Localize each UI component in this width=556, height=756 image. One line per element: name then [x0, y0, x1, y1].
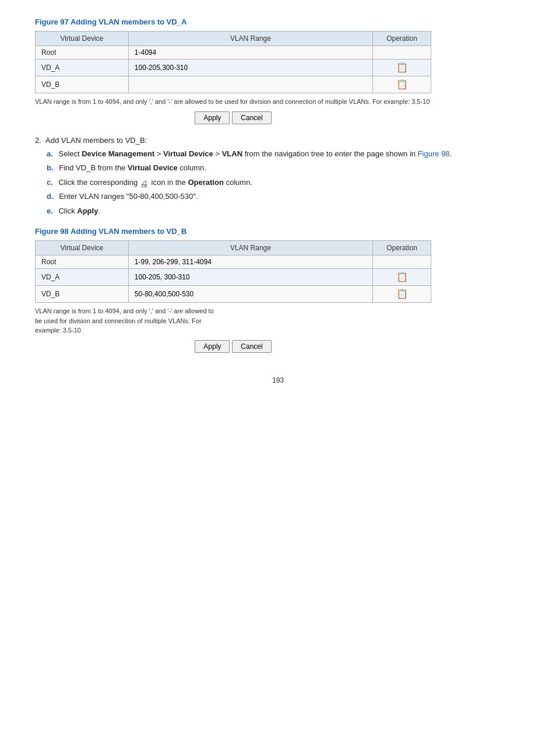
table-row: Root [36, 256, 431, 269]
figure-97-table: Virtual Device VLAN Range Operation Root… [35, 31, 431, 93]
table-row: VD_B 📋 [36, 76, 431, 93]
figure-97-apply-button[interactable]: Apply [195, 111, 230, 124]
figure-98-table: Virtual Device VLAN Range Operation Root… [35, 240, 431, 303]
vd-cell: VD_B [36, 76, 129, 93]
table-row: VD_B 📋 [36, 286, 431, 303]
page-number: 193 [35, 376, 521, 384]
vlan-input[interactable] [135, 290, 367, 298]
vd-cell: VD_A [36, 269, 129, 286]
figure-98-apply-button[interactable]: Apply [195, 340, 230, 353]
figure-97-cancel-button[interactable]: Cancel [232, 111, 271, 124]
substep-d: d. Enter VLAN ranges "50-80,400,500-530"… [47, 191, 521, 202]
substep-b: b. Find VD_B from the Virtual Device col… [47, 162, 521, 174]
substep-c: c. Click the corresponding 🖨 icon in the… [47, 177, 521, 188]
substep-e-label: e. [47, 206, 53, 215]
step-2-substeps: a. Select Device Management > Virtual De… [35, 148, 521, 217]
vd-cell: Root [36, 46, 129, 60]
edit-icon[interactable]: 📋 [396, 288, 408, 300]
col-header-vlan-98: VLAN Range [128, 241, 372, 256]
edit-icon[interactable]: 📋 [396, 79, 408, 90]
table-row: Root [36, 46, 431, 60]
substep-a: a. Select Device Management > Virtual De… [47, 148, 521, 160]
op-cell: 📋 [373, 286, 431, 303]
col-header-vd-98: Virtual Device [36, 241, 129, 256]
op-cell [373, 256, 431, 269]
vlan-input[interactable] [135, 273, 367, 281]
col-header-vd-97: Virtual Device [36, 32, 129, 46]
substep-b-label: b. [47, 163, 54, 172]
vd-cell: Root [36, 256, 129, 269]
figure-98-btn-row: Apply Cancel [35, 340, 431, 353]
step-2-number: 2. Add VLAN members to VD_B: [35, 136, 521, 145]
vlan-cell[interactable] [128, 286, 372, 303]
figure-97-btn-row: Apply Cancel [35, 111, 431, 124]
substep-a-label: a. [47, 149, 53, 158]
op-cell: 📋 [373, 269, 431, 286]
figure-98-title: Figure 98 Adding VLAN members to VD_B [35, 227, 521, 236]
vlan-cell[interactable] [128, 60, 372, 76]
figure-97-title: Figure 97 Adding VLAN members to VD_A [35, 18, 521, 26]
figure-98-section: Figure 98 Adding VLAN members to VD_B Vi… [35, 227, 521, 353]
figure-98-cancel-button[interactable]: Cancel [232, 340, 271, 353]
substep-d-label: d. [47, 192, 54, 201]
figure-97-section: Figure 97 Adding VLAN members to VD_A Vi… [35, 18, 521, 124]
substep-d-text: Enter VLAN ranges "50-80,400,500-530". [59, 192, 198, 201]
step-2-section: 2. Add VLAN members to VD_B: a. Select D… [35, 136, 521, 217]
vd-cell: VD_B [36, 286, 129, 303]
col-header-op-97: Operation [373, 32, 431, 46]
vlan-input[interactable] [135, 258, 367, 266]
col-header-op-98: Operation [373, 241, 431, 256]
vlan-cell [128, 256, 372, 269]
figure-98-link[interactable]: Figure 98 [418, 149, 450, 158]
edit-icon[interactable]: 📋 [396, 62, 408, 74]
op-cell: 📋 [373, 76, 431, 93]
substep-c-text: Click the corresponding 🖨 icon in the Op… [58, 178, 252, 187]
vlan-input[interactable] [135, 48, 367, 57]
vlan-input[interactable] [135, 64, 367, 72]
col-header-vlan-97: VLAN Range [128, 32, 372, 46]
figure-97-note: VLAN range is from 1 to 4094, and only '… [35, 97, 431, 107]
substep-b-text: Find VD_B from the Virtual Device column… [59, 163, 206, 172]
substep-c-label: c. [47, 178, 53, 187]
op-cell: 📋 [373, 60, 431, 76]
vd-cell: VD_A [36, 60, 129, 76]
vlan-cell [128, 76, 372, 93]
figure-98-note: VLAN range is from 1 to 4094, and only '… [35, 306, 431, 335]
edit-icon[interactable]: 📋 [396, 271, 408, 283]
vlan-cell [128, 269, 372, 286]
table-row: VD_A 📋 [36, 60, 431, 76]
substep-e-text: Click Apply. [58, 206, 100, 215]
op-cell [373, 46, 431, 60]
substep-e: e. Click Apply. [47, 205, 521, 217]
operation-icon-inline: 🖨 [140, 178, 149, 187]
table-row: VD_A 📋 [36, 269, 431, 286]
vlan-cell [128, 46, 372, 60]
substep-a-text: Select Device Management > Virtual Devic… [58, 149, 452, 158]
